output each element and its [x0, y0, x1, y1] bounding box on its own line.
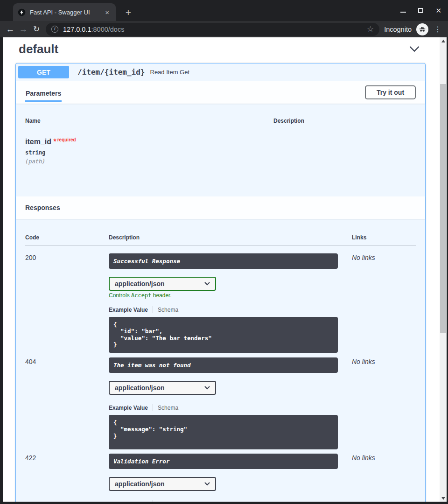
- example-json: { "id": "bar", "value": "The bar tenders…: [109, 317, 338, 353]
- swagger-page: default GET /item/{item_id} Read Item Ge…: [3, 37, 440, 502]
- tab-parameters[interactable]: Parameters: [25, 90, 62, 102]
- response-links: No links: [352, 253, 416, 353]
- response-code: 200: [25, 253, 109, 353]
- tab-divider: [153, 404, 153, 411]
- browser-tab[interactable]: Fast API - Swagger UI ×: [13, 3, 116, 21]
- operation-path: /item/{item_id}: [77, 68, 145, 77]
- forward-icon[interactable]: →: [17, 23, 30, 36]
- parameter-type: string: [25, 149, 273, 156]
- required-label: required: [57, 137, 76, 142]
- parameters-header: Parameters Try it out: [16, 81, 425, 104]
- response-description: Validation Error: [109, 454, 338, 469]
- tab-example-value[interactable]: Example Value: [109, 405, 148, 411]
- select-chevron-icon: [204, 386, 210, 390]
- parameter-name: item_id *required: [25, 137, 273, 146]
- http-method-badge: GET: [18, 66, 69, 78]
- window-close-icon[interactable]: ✕: [435, 7, 441, 14]
- url-host: 127.0.0.1: [63, 26, 91, 33]
- parameter-cell: item_id *required string (path): [25, 137, 273, 196]
- browser-toolbar: ← → ↻ i 127.0.0.1:8000/docs ☆ Incognito …: [0, 21, 448, 37]
- response-row-422: 422 Validation Error application/json Ex…: [25, 449, 416, 502]
- address-bar[interactable]: i 127.0.0.1:8000/docs ☆: [46, 23, 379, 36]
- page-viewport: default GET /item/{item_id} Read Item Ge…: [3, 37, 440, 502]
- responses-header: Responses: [16, 196, 425, 219]
- parameters-table-head: Name Description: [25, 104, 416, 129]
- response-code: 422: [25, 454, 109, 502]
- browser-titlebar: Fast API - Swagger UI × + ✕: [0, 0, 448, 21]
- select-chevron-icon: [204, 282, 210, 286]
- response-row-200: 200 Successful Response application/json…: [25, 246, 416, 353]
- back-icon[interactable]: ←: [4, 23, 17, 36]
- responses-title: Responses: [25, 204, 60, 211]
- response-description: The item was not found: [109, 357, 338, 373]
- select-chevron-icon: [204, 482, 210, 486]
- accept-header-note: Controls Accept header.: [109, 292, 352, 299]
- col-description: Description: [273, 118, 416, 124]
- tag-title: default: [19, 41, 58, 57]
- response-links: No links: [352, 454, 416, 502]
- tag-section-header[interactable]: default: [9, 41, 426, 59]
- model-tabs: Example Value Schema: [109, 306, 352, 313]
- url-text: 127.0.0.1:8000/docs: [63, 26, 367, 33]
- col-description: Description: [109, 234, 352, 241]
- response-description-cell: Successful Response application/json Con…: [109, 253, 352, 353]
- site-info-icon[interactable]: i: [51, 26, 58, 33]
- page-scrollbar[interactable]: [440, 37, 447, 502]
- media-type-select[interactable]: application/json: [109, 381, 216, 395]
- response-links: No links: [352, 357, 416, 449]
- media-type-select[interactable]: application/json: [109, 277, 216, 291]
- tab-schema[interactable]: Schema: [158, 405, 178, 411]
- parameters-table: Name Description item_id *required strin…: [16, 104, 425, 196]
- tab-schema[interactable]: Schema: [158, 501, 178, 502]
- col-links: Links: [352, 234, 416, 241]
- window-controls: ✕: [400, 6, 441, 14]
- parameter-location: (path): [25, 158, 273, 165]
- parameter-row: item_id *required string (path): [25, 129, 416, 196]
- tab-title: Fast API - Swagger UI: [30, 9, 103, 16]
- response-description: Successful Response: [109, 253, 338, 269]
- response-description-cell: Validation Error application/json Exampl…: [109, 454, 352, 502]
- tab-close-icon[interactable]: ×: [103, 8, 111, 17]
- window-minimize-icon[interactable]: [400, 12, 406, 13]
- chevron-down-icon[interactable]: [409, 46, 420, 52]
- opblock-get-item: GET /item/{item_id} Read Item Get Parame…: [15, 63, 426, 502]
- media-type-select[interactable]: application/json: [109, 477, 216, 491]
- fastapi-favicon-icon: [18, 8, 26, 16]
- tab-divider: [153, 500, 153, 502]
- parameter-description-cell: [273, 137, 416, 196]
- model-tabs: Example Value Schema: [109, 500, 352, 502]
- url-path: :8000/docs: [91, 26, 124, 33]
- incognito-icon: [416, 23, 428, 35]
- example-json: { "message": "string" }: [109, 415, 338, 449]
- incognito-label: Incognito: [384, 26, 412, 33]
- try-it-out-button[interactable]: Try it out: [365, 85, 416, 99]
- tab-example-value[interactable]: Example Value: [109, 307, 148, 313]
- col-name: Name: [25, 118, 273, 124]
- response-code: 404: [25, 357, 109, 449]
- new-tab-button[interactable]: +: [122, 7, 134, 19]
- tab-example-value[interactable]: Example Value: [109, 501, 148, 502]
- tab-schema[interactable]: Schema: [158, 307, 178, 313]
- bookmark-star-icon[interactable]: ☆: [367, 24, 374, 34]
- required-star: *: [53, 138, 56, 146]
- window-maximize-icon[interactable]: [418, 8, 423, 13]
- scrollbar-up-icon[interactable]: [440, 37, 447, 44]
- operation-summary-text: Read Item Get: [150, 69, 190, 76]
- reload-icon[interactable]: ↻: [30, 23, 43, 36]
- scrollbar-thumb[interactable]: [440, 84, 446, 333]
- scrollbar-down-icon[interactable]: [440, 495, 447, 502]
- tab-divider: [153, 306, 153, 313]
- response-row-404: 404 The item was not found application/j…: [25, 353, 416, 449]
- response-description-cell: The item was not found application/json …: [109, 357, 352, 449]
- responses-table: Code Description Links 200 Successful Re…: [16, 219, 425, 502]
- model-tabs: Example Value Schema: [109, 404, 352, 411]
- col-code: Code: [25, 234, 109, 241]
- kebab-menu-icon[interactable]: ⋮: [434, 25, 441, 34]
- responses-table-head: Code Description Links: [25, 219, 416, 246]
- operation-summary[interactable]: GET /item/{item_id} Read Item Get: [16, 63, 425, 81]
